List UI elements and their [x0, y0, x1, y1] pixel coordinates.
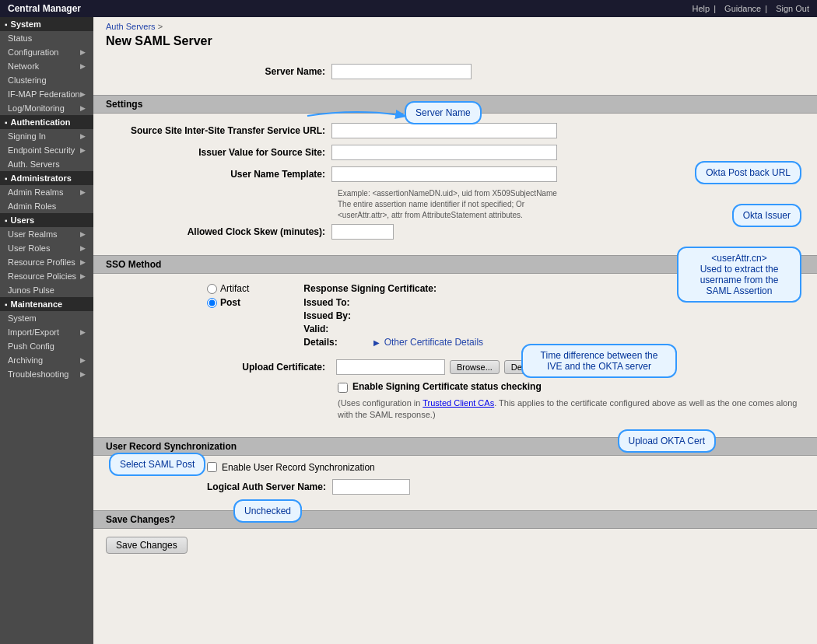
issuer-value-input[interactable] [331, 145, 557, 160]
select-saml-post-callout: Select SAML Post [109, 453, 205, 476]
app-title: Central Manager [8, 3, 81, 14]
enable-signing-label: Enable Signing Certificate status checki… [352, 381, 542, 392]
enable-urs-checkbox[interactable] [207, 462, 217, 472]
artifact-radio[interactable] [207, 284, 217, 294]
source-site-url-input[interactable] [331, 123, 557, 138]
upload-row: Upload Certificate: Browse... Delete [106, 359, 805, 375]
sidebar-section-users: Users [0, 213, 93, 227]
triangle-icon: ▶ [373, 338, 380, 347]
issuer-value-row: Issuer Value for Source Site: [106, 145, 805, 160]
artifact-label: Artifact [220, 283, 249, 294]
sidebar-item-resource-profiles[interactable]: Resource Profiles▶ [0, 255, 93, 269]
artifact-radio-item: Artifact [207, 283, 249, 294]
sidebar-section-system: System [0, 17, 93, 31]
page-title: New SAML Server [93, 33, 817, 54]
issued-by-label: Issued By: [303, 310, 373, 321]
details-row: Details: ▶ Other Certificate Details [303, 337, 483, 348]
upload-okta-cert-callout: Upload OKTA Cert [618, 429, 716, 453]
logical-auth-input[interactable] [332, 479, 410, 495]
valid-label: Valid: [303, 324, 373, 334]
sidebar-item-log[interactable]: Log/Monitoring▶ [0, 101, 93, 115]
post-radio-item: Post [207, 297, 249, 308]
sidebar-item-auth-servers[interactable]: Auth. Servers [0, 157, 93, 171]
sidebar: System Status Configuration▶ Network▶ Cl… [0, 17, 93, 644]
sidebar-item-system[interactable]: System [0, 311, 93, 325]
sidebar-section-auth: Authentication [0, 115, 93, 129]
clock-skew-label: Allowed Clock Skew (minutes): [106, 226, 331, 237]
sidebar-item-archiving[interactable]: Archiving▶ [0, 353, 93, 367]
clock-skew-row: Allowed Clock Skew (minutes): [106, 224, 805, 240]
post-label: Post [220, 297, 240, 308]
sign-out-link[interactable]: Sign Out [776, 4, 809, 13]
sidebar-item-configuration[interactable]: Configuration▶ [0, 45, 93, 59]
details-label: Details: [303, 337, 373, 348]
unchecked-callout: Unchecked [233, 499, 302, 523]
other-cert-link[interactable]: ▶ Other Certificate Details [373, 337, 483, 348]
sidebar-item-admin-realms[interactable]: Admin Realms▶ [0, 185, 93, 199]
logical-auth-row: Logical Auth Server Name: [207, 479, 805, 495]
username-attr-callout: <userAttr.cn>Used to extract theusername… [677, 247, 801, 303]
save-changes-button[interactable]: Save Changes [106, 537, 188, 554]
enable-signing-row: Enable Signing Certificate status checki… [338, 381, 805, 393]
source-site-url-label: Source Site Inter-Site Transfer Service … [106, 125, 331, 136]
sidebar-item-push-config[interactable]: Push Config [0, 339, 93, 353]
cert-section-title: Response Signing Certificate: [303, 283, 483, 294]
okta-post-url-callout: Okta Post back URL [695, 161, 801, 184]
help-link[interactable]: Help [693, 4, 710, 13]
breadcrumb: Auth Servers > [93, 17, 817, 33]
logical-auth-label: Logical Auth Server Name: [207, 481, 326, 492]
issued-to-row: Issued To: [303, 297, 483, 308]
sidebar-item-ifmap[interactable]: IF-MAP Federation▶ [0, 87, 93, 101]
server-name-area: Server Name: [93, 54, 817, 95]
main-content: Auth Servers > New SAML Server Server Na… [93, 17, 817, 644]
server-name-input[interactable] [331, 64, 472, 79]
sidebar-section-admins: Administrators [0, 171, 93, 185]
sidebar-item-resource-policies[interactable]: Resource Policies▶ [0, 269, 93, 283]
time-diff-callout: Time difference between theIVE and the O… [521, 344, 677, 378]
sidebar-item-network[interactable]: Network▶ [0, 59, 93, 73]
enable-urs-label: Enable User Record Synchronization [222, 462, 375, 473]
save-section-header: Save Changes? [93, 510, 817, 529]
clock-skew-input[interactable] [331, 224, 394, 240]
enable-signing-checkbox[interactable] [338, 383, 348, 393]
username-template-label: User Name Template: [106, 169, 331, 180]
sidebar-item-status[interactable]: Status [0, 31, 93, 45]
enable-urs-row: Enable User Record Synchronization [207, 462, 805, 473]
server-name-callout: Server Name [405, 101, 482, 124]
breadcrumb-parent[interactable]: Auth Servers [106, 22, 156, 31]
username-template-input[interactable] [331, 166, 557, 182]
issued-by-row: Issued By: [303, 310, 483, 321]
top-bar: Central Manager Help | Guidance | Sign O… [0, 0, 817, 17]
sidebar-item-user-realms[interactable]: User Realms▶ [0, 227, 93, 241]
top-links: Help | Guidance | Sign Out [688, 4, 810, 13]
valid-row: Valid: [303, 324, 483, 334]
cert-details: Response Signing Certificate: Issued To:… [303, 283, 483, 350]
trusted-cas-link[interactable]: Trusted Client CAs [423, 398, 494, 408]
sidebar-item-clustering[interactable]: Clustering [0, 73, 93, 87]
sidebar-item-import-export[interactable]: Import/Export▶ [0, 325, 93, 339]
source-site-url-row: Source Site Inter-Site Transfer Service … [106, 123, 805, 138]
sidebar-item-admin-roles[interactable]: Admin Roles [0, 199, 93, 213]
okta-issuer-callout: Okta Issuer [732, 204, 801, 227]
sidebar-item-endpoint[interactable]: Endpoint Security▶ [0, 143, 93, 157]
post-radio[interactable] [207, 298, 217, 308]
server-name-label: Server Name: [106, 66, 331, 77]
sidebar-item-user-roles[interactable]: User Roles▶ [0, 241, 93, 255]
upload-label: Upload Certificate: [106, 362, 331, 373]
browse-button[interactable]: Browse... [450, 360, 500, 374]
sidebar-section-maintenance: Maintenance [0, 297, 93, 311]
signing-note: (Uses configuration in Trusted Client CA… [338, 397, 805, 422]
issuer-value-label: Issuer Value for Source Site: [106, 147, 331, 158]
sidebar-item-junos[interactable]: Junos Pulse [0, 283, 93, 297]
settings-area: Source Site Inter-Site Transfer Service … [93, 114, 817, 255]
sso-method-radio-group: Artifact Post [207, 283, 249, 308]
issued-to-label: Issued To: [303, 297, 373, 308]
sidebar-item-signing-in[interactable]: Signing In▶ [0, 129, 93, 143]
upload-cert-area: Upload Certificate: Browse... Delete [106, 359, 805, 375]
save-btn-area: Save Changes [93, 529, 817, 562]
guidance-link[interactable]: Guidance [724, 4, 761, 13]
upload-file-input[interactable] [336, 359, 445, 375]
server-name-row: Server Name: [106, 64, 805, 79]
sidebar-item-troubleshooting[interactable]: Troubleshooting▶ [0, 367, 93, 381]
